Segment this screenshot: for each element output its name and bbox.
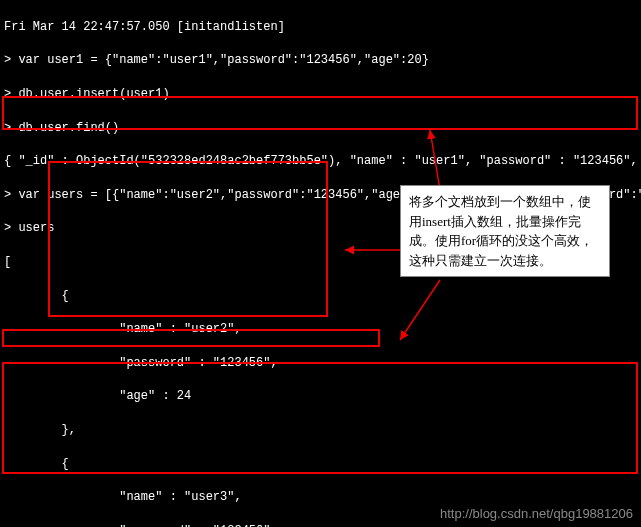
cmd-var-user1: > var user1 = {"name":"user1","password"… — [4, 52, 637, 69]
annotation-text: 将多个文档放到一个数组中，使用insert插入数组，批量操作完成。使用for循环… — [409, 194, 593, 268]
obj2-name: "name" : "user3", — [4, 489, 637, 506]
timestamp-line: Fri Mar 14 22:47:57.050 [initandlisten] — [4, 19, 637, 36]
annotation-callout: 将多个文档放到一个数组中，使用insert插入数组，批量操作完成。使用for循环… — [400, 185, 610, 277]
watermark-text: http://blog.csdn.net/qbg19881206 — [440, 505, 633, 523]
highlight-box-objects — [48, 161, 328, 317]
highlight-box-results — [2, 362, 638, 474]
obj2-pwd: "password" : "123456", — [4, 523, 637, 527]
highlight-box-insert — [2, 329, 380, 347]
highlight-box-varusers — [2, 96, 638, 130]
